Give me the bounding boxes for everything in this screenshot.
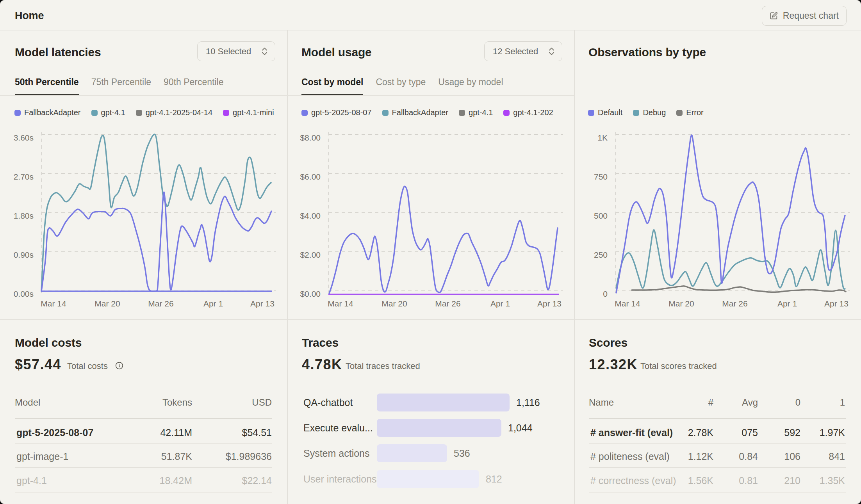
svg-text:2.70s: 2.70s — [14, 172, 34, 181]
svg-text:Mar 26: Mar 26 — [435, 299, 460, 308]
svg-text:1K: 1K — [597, 133, 608, 142]
svg-text:$2.00: $2.00 — [300, 250, 321, 259]
svg-text:Mar 14: Mar 14 — [328, 299, 353, 308]
svg-text:1.80s: 1.80s — [14, 211, 34, 220]
svg-text:$4.00: $4.00 — [300, 211, 321, 220]
svg-text:0: 0 — [603, 289, 608, 298]
svg-text:$8.00: $8.00 — [300, 133, 321, 142]
svg-text:Mar 26: Mar 26 — [148, 299, 173, 308]
svg-text:500: 500 — [594, 211, 608, 220]
svg-text:Apr 13: Apr 13 — [250, 299, 275, 308]
svg-text:0.00s: 0.00s — [14, 289, 34, 298]
svg-text:250: 250 — [594, 250, 608, 259]
svg-text:Apr 13: Apr 13 — [824, 299, 849, 308]
svg-text:Mar 20: Mar 20 — [94, 299, 120, 308]
svg-text:750: 750 — [594, 172, 608, 181]
svg-text:Mar 20: Mar 20 — [381, 299, 407, 308]
svg-text:Apr 1: Apr 1 — [203, 299, 223, 308]
svg-text:$6.00: $6.00 — [300, 172, 321, 181]
svg-text:Mar 14: Mar 14 — [41, 299, 66, 308]
svg-text:Mar 20: Mar 20 — [668, 299, 694, 308]
svg-text:Apr 1: Apr 1 — [490, 299, 510, 308]
svg-text:3.60s: 3.60s — [14, 133, 34, 142]
svg-text:$0.00: $0.00 — [300, 289, 321, 298]
svg-text:Mar 14: Mar 14 — [615, 299, 640, 308]
svg-text:Mar 26: Mar 26 — [722, 299, 747, 308]
svg-text:Apr 13: Apr 13 — [537, 299, 562, 308]
svg-text:Apr 1: Apr 1 — [777, 299, 797, 308]
svg-text:0.90s: 0.90s — [14, 250, 34, 259]
